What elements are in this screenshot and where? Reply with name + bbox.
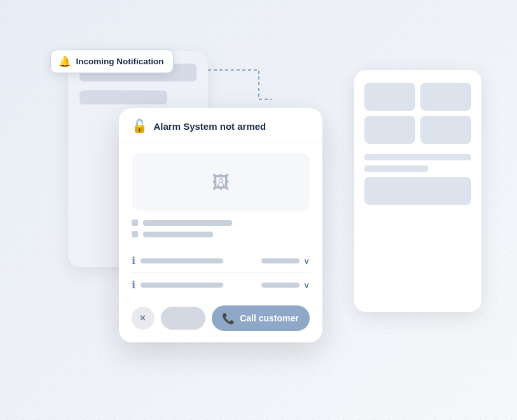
help-icon-2: ℹ <box>132 279 135 291</box>
grid-cell-2 <box>420 83 471 111</box>
mid-bar-2 <box>79 90 167 104</box>
scene: 🔓 Alarm System not armed 🖼 ℹ <box>17 19 500 401</box>
card-grid <box>364 83 471 144</box>
field-value-2 <box>261 283 300 288</box>
main-notification-card: 🔓 Alarm System not armed 🖼 ℹ <box>119 108 322 342</box>
info-row-1 <box>132 220 310 226</box>
help-icon-1: ℹ <box>132 255 135 267</box>
card-actions: × 📞 Call customer <box>119 297 322 342</box>
call-button-label: Call customer <box>240 313 299 323</box>
card-back-wide <box>364 177 471 205</box>
info-line-2 <box>143 232 213 237</box>
grid-cell-1 <box>364 83 415 111</box>
bell-icon: 🔔 <box>59 55 71 67</box>
background-right-card <box>354 70 481 312</box>
back-line-1 <box>364 154 471 160</box>
field-row-2: ℹ ∨ <box>132 273 310 297</box>
cancel-button[interactable]: × <box>132 307 155 330</box>
grid-cell-4 <box>420 116 471 144</box>
field-line-1 <box>141 258 223 263</box>
chevron-down-icon-1[interactable]: ∨ <box>303 256 310 266</box>
info-dot-1 <box>132 220 138 226</box>
cancel-icon: × <box>140 312 146 324</box>
info-row-2 <box>132 231 310 237</box>
back-line-2 <box>364 165 429 172</box>
field-row-1: ℹ ∨ <box>132 249 310 273</box>
field-value-1 <box>261 258 300 263</box>
call-customer-button[interactable]: 📞 Call customer <box>212 305 310 331</box>
grid-cell-3 <box>364 116 415 144</box>
field-right-1: ∨ <box>261 256 310 266</box>
badge-label: Incoming Notification <box>76 57 164 66</box>
field-line-wrap-2 <box>141 283 256 288</box>
chevron-down-icon-2[interactable]: ∨ <box>303 280 310 290</box>
field-right-2: ∨ <box>261 280 310 290</box>
field-line-wrap-1 <box>141 258 256 263</box>
card-header: 🔓 Alarm System not armed <box>119 108 322 143</box>
card-info <box>119 211 322 237</box>
lock-icon: 🔓 <box>132 118 148 134</box>
action-placeholder <box>161 307 205 330</box>
field-line-2 <box>141 283 223 288</box>
card-title: Alarm System not armed <box>154 121 266 132</box>
card-fields: ℹ ∨ ℹ ∨ <box>119 242 322 297</box>
card-back-lines <box>364 154 471 172</box>
image-placeholder-icon: 🖼 <box>212 172 230 193</box>
phone-icon: 📞 <box>222 312 235 325</box>
info-dot-2 <box>132 231 138 237</box>
incoming-notification-badge: 🔔 Incoming Notification <box>50 50 174 73</box>
connector-line <box>208 61 284 112</box>
image-area: 🖼 <box>132 153 310 211</box>
info-line-1 <box>143 220 232 226</box>
